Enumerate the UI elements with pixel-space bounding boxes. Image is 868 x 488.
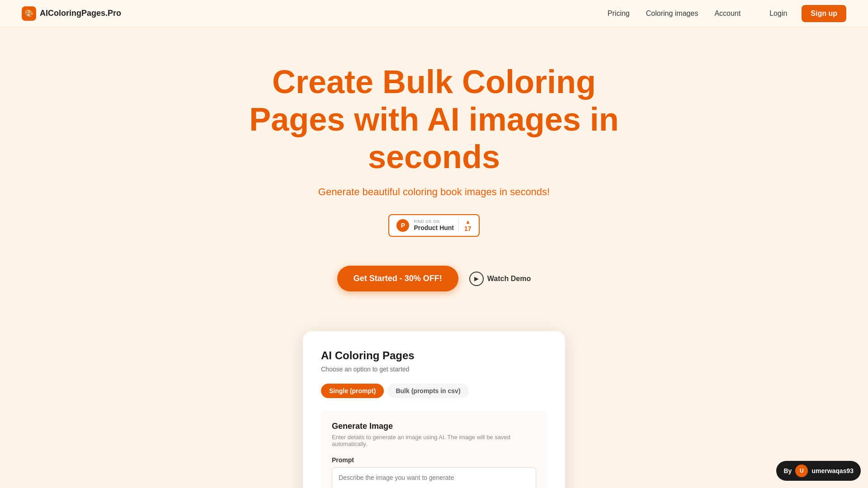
by-user-badge: By U umerwaqas93 bbox=[776, 461, 861, 481]
cta-row: Get Started - 30% OFF! ▶ Watch Demo bbox=[9, 266, 859, 291]
hero-section: Create Bulk Coloring Pages with AI image… bbox=[0, 27, 868, 331]
logo-link[interactable]: 🎨 AIColoringPages.Pro bbox=[22, 6, 121, 21]
generate-section: Generate Image Enter details to generate… bbox=[321, 411, 547, 488]
tab-row: Single (prompt) Bulk (prompts in csv) bbox=[321, 384, 547, 398]
tab-single-prompt[interactable]: Single (prompt) bbox=[321, 384, 384, 398]
nav-link-account[interactable]: Account bbox=[714, 9, 741, 17]
hero-title: Create Bulk Coloring Pages with AI image… bbox=[231, 63, 637, 175]
username: umerwaqas93 bbox=[811, 467, 854, 474]
watch-demo-button[interactable]: ▶ Watch Demo bbox=[469, 272, 531, 286]
app-card-wrapper: AI Coloring Pages Choose an option to ge… bbox=[0, 331, 868, 488]
ph-count: ▲ 17 bbox=[458, 219, 472, 232]
gen-desc: Enter details to generate an image using… bbox=[332, 434, 536, 447]
tab-bulk-csv[interactable]: Bulk (prompts in csv) bbox=[387, 384, 468, 398]
play-icon: ▶ bbox=[469, 272, 484, 286]
logo-icon: 🎨 bbox=[22, 6, 36, 21]
ph-text: FIND US ON Product Hunt bbox=[414, 219, 454, 232]
nav-links: Pricing Coloring images Account bbox=[608, 9, 741, 18]
app-card-subtitle: Choose an option to get started bbox=[321, 366, 547, 373]
hero-subtitle: Generate beautiful coloring book images … bbox=[9, 186, 859, 198]
product-hunt-badge[interactable]: P FIND US ON Product Hunt ▲ 17 bbox=[388, 214, 479, 237]
prompt-label: Prompt bbox=[332, 456, 536, 464]
by-label: By bbox=[783, 467, 792, 474]
user-avatar: U bbox=[795, 465, 808, 477]
signup-button[interactable]: Sign up bbox=[802, 5, 846, 22]
app-card-title: AI Coloring Pages bbox=[321, 349, 547, 362]
nav-link-pricing[interactable]: Pricing bbox=[608, 9, 630, 17]
ph-find-label: FIND US ON bbox=[414, 219, 454, 224]
navbar: 🎨 AIColoringPages.Pro Pricing Coloring i… bbox=[0, 0, 868, 27]
logo-text: AIColoringPages.Pro bbox=[40, 9, 121, 18]
gen-title: Generate Image bbox=[332, 422, 536, 431]
get-started-button[interactable]: Get Started - 30% OFF! bbox=[337, 266, 458, 291]
nav-actions: Login Sign up bbox=[762, 5, 846, 22]
nav-link-coloring[interactable]: Coloring images bbox=[646, 9, 698, 17]
ph-arrow: ▲ bbox=[465, 219, 471, 225]
prompt-textarea[interactable] bbox=[332, 467, 536, 488]
ph-name: Product Hunt bbox=[414, 224, 454, 231]
ph-icon: P bbox=[396, 219, 409, 232]
app-card: AI Coloring Pages Choose an option to ge… bbox=[303, 331, 565, 488]
ph-num: 17 bbox=[464, 225, 472, 232]
login-button[interactable]: Login bbox=[762, 6, 794, 21]
